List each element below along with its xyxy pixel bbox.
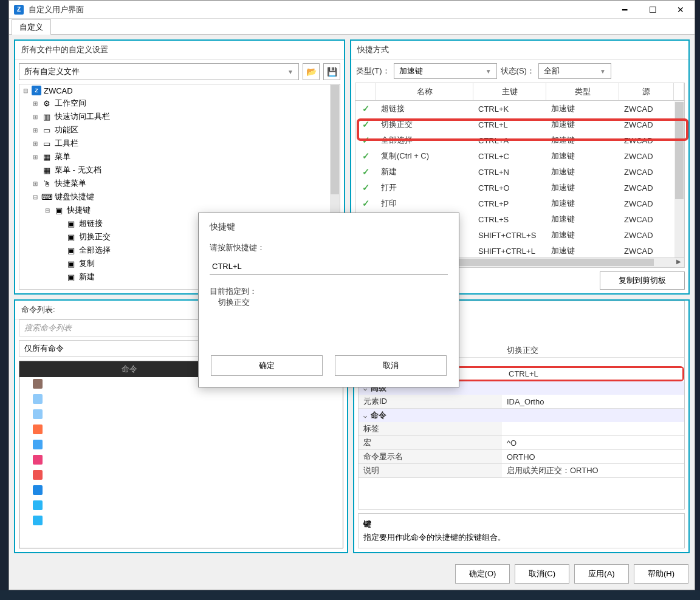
table-row[interactable]: ✓ 打印 CTRL+P 加速键 ZWCAD bbox=[355, 196, 684, 211]
tree-item[interactable]: ⊞⚙工作空间 bbox=[19, 97, 340, 110]
list-item[interactable]: CASS地形地籍成图 APP+ bbox=[19, 468, 343, 483]
new-shortcut-input[interactable] bbox=[210, 258, 448, 275]
expand-icon[interactable]: ⊞ bbox=[32, 127, 39, 134]
scroll-right-icon[interactable]: ▶ bbox=[674, 258, 684, 267]
list-item[interactable]: DGN 输入 ZWCAD bbox=[19, 483, 343, 499]
prop-row-elemid[interactable]: 元素IDIDA_Ortho bbox=[359, 395, 684, 409]
state-combo[interactable]: 全部▼ bbox=[538, 63, 611, 79]
collapse-icon[interactable]: ⊟ bbox=[32, 194, 39, 200]
cell-key: CTRL+S bbox=[473, 215, 546, 224]
save-button[interactable]: 💾 bbox=[323, 63, 340, 80]
tree-label: 工具栏 bbox=[55, 138, 78, 149]
cell-type: 加速键 bbox=[546, 245, 619, 256]
prop-value bbox=[502, 428, 684, 430]
prop-key: 宏 bbox=[359, 436, 502, 449]
dialog-cancel-button[interactable]: 取消 bbox=[335, 355, 447, 376]
tree-item[interactable]: ⊞▭工具栏 bbox=[19, 137, 340, 150]
assigned-info: 目前指定到： 切换正交 bbox=[210, 286, 448, 308]
tree-root[interactable]: ⊟ Z ZWCAD bbox=[19, 84, 340, 97]
cmd-source: APP+ bbox=[197, 456, 343, 465]
cell-key: CTRL+O bbox=[473, 183, 546, 193]
col-type[interactable]: 类型 bbox=[546, 83, 619, 100]
list-item[interactable]: ByBlock ZWCAD bbox=[19, 392, 343, 407]
cancel-button[interactable]: 取消(C) bbox=[515, 564, 569, 584]
tree-item-keyboard[interactable]: ⊟⌨键盘快捷键 bbox=[19, 190, 340, 203]
help-button[interactable]: 帮助(H) bbox=[634, 564, 688, 584]
cell-key: CTRL+P bbox=[473, 199, 546, 208]
cell-src: ZWCAD bbox=[619, 152, 674, 161]
maximize-button[interactable]: ☐ bbox=[639, 1, 667, 19]
cmd-icon: ▣ bbox=[66, 233, 77, 242]
dialog-ok-button[interactable]: 确定 bbox=[211, 355, 323, 376]
prop-key: 标签 bbox=[359, 422, 502, 435]
tree-label: 超链接 bbox=[79, 218, 103, 229]
expand-icon[interactable]: ⊞ bbox=[32, 114, 39, 120]
col-name[interactable]: 名称 bbox=[376, 83, 473, 100]
assigned-value: 切换正交 bbox=[210, 297, 448, 308]
expand-icon[interactable]: ⊞ bbox=[32, 154, 39, 160]
expand-icon[interactable]: ⊞ bbox=[32, 100, 39, 107]
prop-key: 元素ID bbox=[359, 395, 502, 408]
open-folder-button[interactable]: 📂 bbox=[303, 63, 320, 80]
tree-label: 新建 bbox=[79, 271, 95, 282]
list-item[interactable]: DWF 参考底图 ZWCAD bbox=[19, 499, 343, 514]
expand-icon[interactable]: ⊞ bbox=[32, 140, 39, 147]
tree-item[interactable]: ⊞▥快速访问工具栏 bbox=[19, 110, 340, 123]
table-row[interactable]: ✓ 全部选择 CTRL+A 加速键 ZWCAD bbox=[355, 132, 684, 148]
tree-item[interactable]: ▦菜单 - 无文档 bbox=[19, 163, 340, 177]
cmd-icon bbox=[19, 500, 56, 512]
cell-name: 打印 bbox=[376, 198, 473, 209]
cmd-name: DWF 参考底图 bbox=[56, 501, 197, 512]
app-icon: Z bbox=[32, 86, 41, 95]
combo-value: 仅所有命令 bbox=[24, 343, 64, 354]
col-src[interactable]: 源 bbox=[619, 83, 674, 100]
col-key[interactable]: 主键 bbox=[473, 83, 546, 100]
chevron-down-icon: ⌵ bbox=[363, 412, 367, 419]
table-row[interactable]: ✓ 新建 CTRL+N 加速键 ZWCAD bbox=[355, 164, 684, 180]
cmd-name: ByBlock bbox=[56, 395, 197, 404]
collapse-icon[interactable]: ⊟ bbox=[44, 207, 51, 214]
scrollbar-thumb[interactable] bbox=[675, 102, 684, 199]
prop-row-dispname[interactable]: 命令显示名ORTHO bbox=[359, 450, 684, 464]
cmd-icon bbox=[19, 379, 56, 390]
prop-key: 命令显示名 bbox=[359, 450, 502, 463]
tree-item[interactable]: ⊞🖱快捷菜单 bbox=[19, 177, 340, 190]
prop-group-command[interactable]: ⌵命令 bbox=[359, 409, 684, 422]
cell-type: 加速键 bbox=[546, 198, 619, 209]
files-combo[interactable]: 所有自定义文件 ▼ bbox=[19, 63, 299, 80]
list-item[interactable]: DWF 对象捕捉 ZWCAD bbox=[19, 514, 343, 529]
tree-item[interactable]: ⊞▦菜单 bbox=[19, 150, 340, 163]
table-row[interactable]: ✓ 切换正交 CTRL+L 加速键 ZWCAD bbox=[355, 117, 684, 132]
key-icon: ▣ bbox=[53, 206, 64, 215]
cell-key: SHIFT+CTRL+S bbox=[473, 231, 546, 240]
cell-name: 超链接 bbox=[376, 103, 473, 114]
table-row[interactable]: ✓ 复制(Ctrl + C) CTRL+C 加速键 ZWCAD bbox=[355, 148, 684, 164]
list-item[interactable]: CAD协同设计系统 APP+ bbox=[19, 453, 343, 468]
prop-row-macro[interactable]: 宏^O bbox=[359, 436, 684, 450]
expand-icon[interactable]: ⊞ bbox=[32, 180, 39, 187]
assigned-label: 目前指定到： bbox=[210, 286, 448, 297]
col-command[interactable]: 命令 bbox=[62, 364, 197, 375]
ok-button[interactable]: 确定(O) bbox=[455, 564, 510, 584]
collapse-icon[interactable]: ⊟ bbox=[22, 87, 29, 94]
scrollbar[interactable] bbox=[674, 101, 684, 257]
table-row[interactable]: ✓ 打开 CTRL+O 加速键 ZWCAD bbox=[355, 180, 684, 196]
type-combo[interactable]: 加速键▼ bbox=[394, 63, 497, 79]
table-row[interactable]: ✓ 超链接 CTRL+K 加速键 ZWCAD bbox=[355, 101, 684, 117]
prop-row-desc[interactable]: 说明启用或关闭正交：ORTHO bbox=[359, 464, 684, 478]
minimize-button[interactable]: ━ bbox=[611, 1, 639, 19]
prop-row-tag[interactable]: 标签 bbox=[359, 422, 684, 436]
cmd-icon: ▣ bbox=[66, 219, 77, 228]
panel-title: 所有文件中的自定义设置 bbox=[15, 41, 344, 60]
copy-clipboard-button[interactable]: 复制到剪切板 bbox=[600, 271, 685, 290]
list-item[interactable]: ByLayer ZWCAD bbox=[19, 407, 343, 423]
list-item[interactable]: CAD小帮手 APP+ bbox=[19, 438, 343, 453]
tree-item[interactable]: ⊞▭功能区 bbox=[19, 123, 340, 137]
scrollbar-thumb[interactable] bbox=[331, 85, 339, 194]
apply-button[interactable]: 应用(A) bbox=[574, 564, 629, 584]
dialog-title: 快捷键 bbox=[199, 213, 459, 237]
tab-customize[interactable]: 自定义 bbox=[12, 19, 51, 35]
close-button[interactable]: ✕ bbox=[667, 1, 695, 19]
list-item[interactable]: CAD图层转素图层 ZWCAD bbox=[19, 423, 343, 438]
footer: 确定(O) 取消(C) 应用(A) 帮助(H) bbox=[9, 558, 695, 590]
